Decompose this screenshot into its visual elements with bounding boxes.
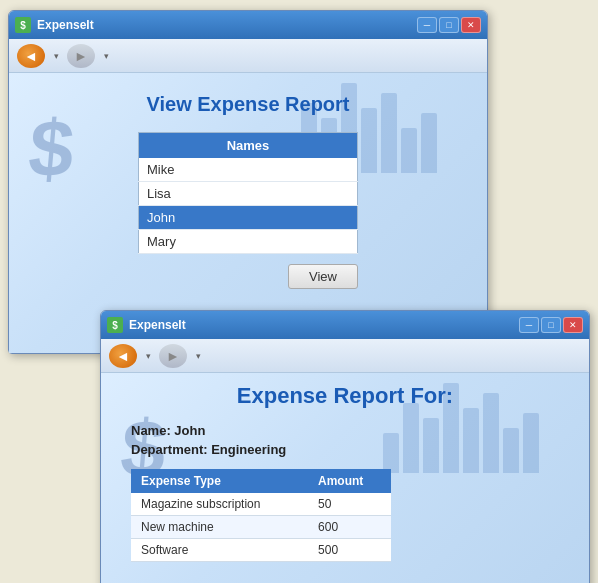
view-btn-container: View bbox=[138, 264, 358, 289]
expense-type-header: Expense Type bbox=[131, 469, 308, 493]
app-icon-2: $ bbox=[107, 317, 123, 333]
forward-dropdown-2[interactable]: ▾ bbox=[191, 344, 205, 368]
names-row-lisa[interactable]: Lisa bbox=[139, 182, 358, 206]
back-dropdown-2[interactable]: ▾ bbox=[141, 344, 155, 368]
expense-amount-cell-1: 600 bbox=[308, 516, 391, 539]
report-info: Name: John Department: Engineering bbox=[131, 423, 559, 457]
report-department: Department: Engineering bbox=[131, 442, 559, 457]
maximize-button-2[interactable]: □ bbox=[541, 317, 561, 333]
names-row-john[interactable]: John bbox=[139, 206, 358, 230]
main-window: $ ExpenseIt ─ □ ✕ ◄ ▾ ► ▾ $ View Expense… bbox=[8, 10, 488, 354]
forward-button-1[interactable]: ► bbox=[67, 44, 95, 68]
page-title-1: View Expense Report bbox=[9, 73, 487, 132]
names-column-header: Names bbox=[139, 133, 358, 159]
toolbar-2: ◄ ▾ ► ▾ bbox=[101, 339, 589, 373]
names-row-mike[interactable]: Mike bbox=[139, 158, 358, 182]
report-window: $ ExpenseIt ─ □ ✕ ◄ ▾ ► ▾ $ Expense Repo… bbox=[100, 310, 590, 583]
back-button-1[interactable]: ◄ bbox=[17, 44, 45, 68]
report-title: Expense Report For: bbox=[131, 383, 559, 409]
forward-button-2[interactable]: ► bbox=[159, 344, 187, 368]
title-bar-1: $ ExpenseIt ─ □ ✕ bbox=[9, 11, 487, 39]
names-container: Names MikeLisaJohnMary bbox=[138, 132, 358, 254]
title-controls-1: ─ □ ✕ bbox=[417, 17, 481, 33]
report-section: Expense Report For: Name: John Departmen… bbox=[101, 373, 589, 582]
toolbar-1: ◄ ▾ ► ▾ bbox=[9, 39, 487, 73]
expense-table: Expense Type Amount Magazine subscriptio… bbox=[131, 469, 391, 562]
names-table: Names MikeLisaJohnMary bbox=[138, 132, 358, 254]
forward-dropdown-1[interactable]: ▾ bbox=[99, 44, 113, 68]
window-title-2: ExpenseIt bbox=[129, 318, 513, 332]
expense-type-cell-1: New machine bbox=[131, 516, 308, 539]
expense-amount-cell-0: 50 bbox=[308, 493, 391, 516]
minimize-button-1[interactable]: ─ bbox=[417, 17, 437, 33]
content-area-2: $ Expense Report For: Name: John Departm… bbox=[101, 373, 589, 583]
expense-row-2: Software500 bbox=[131, 539, 391, 562]
expense-table-header-row: Expense Type Amount bbox=[131, 469, 391, 493]
expense-row-1: New machine600 bbox=[131, 516, 391, 539]
title-controls-2: ─ □ ✕ bbox=[519, 317, 583, 333]
expense-type-cell-2: Software bbox=[131, 539, 308, 562]
close-button-2[interactable]: ✕ bbox=[563, 317, 583, 333]
back-dropdown-1[interactable]: ▾ bbox=[49, 44, 63, 68]
expense-amount-header: Amount bbox=[308, 469, 391, 493]
minimize-button-2[interactable]: ─ bbox=[519, 317, 539, 333]
app-icon-1: $ bbox=[15, 17, 31, 33]
view-button[interactable]: View bbox=[288, 264, 358, 289]
maximize-button-1[interactable]: □ bbox=[439, 17, 459, 33]
expense-type-cell-0: Magazine subscription bbox=[131, 493, 308, 516]
close-button-1[interactable]: ✕ bbox=[461, 17, 481, 33]
report-name: Name: John bbox=[131, 423, 559, 438]
expense-row-0: Magazine subscription50 bbox=[131, 493, 391, 516]
expense-amount-cell-2: 500 bbox=[308, 539, 391, 562]
title-bar-2: $ ExpenseIt ─ □ ✕ bbox=[101, 311, 589, 339]
names-row-mary[interactable]: Mary bbox=[139, 230, 358, 254]
window-title-1: ExpenseIt bbox=[37, 18, 411, 32]
back-button-2[interactable]: ◄ bbox=[109, 344, 137, 368]
